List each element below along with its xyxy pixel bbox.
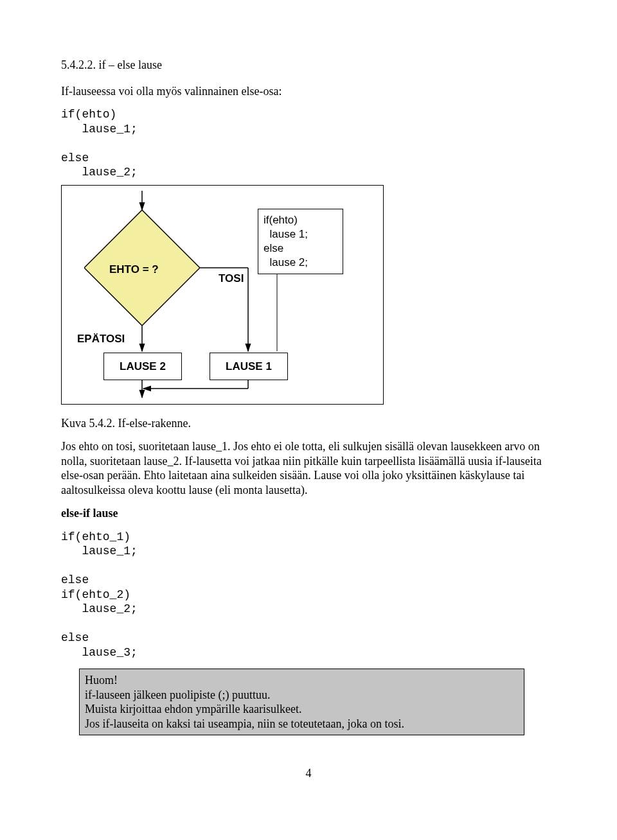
process-box-lause2: LAUSE 2 [103, 353, 182, 380]
note-line: Jos if-lauseita on kaksi tai useampia, n… [85, 717, 519, 731]
process-box-lause1: LAUSE 1 [210, 353, 288, 380]
section-number: 5.4.2.2. [61, 58, 96, 71]
note-box: Huom! if-lauseen jälkeen puolipiste (;) … [79, 669, 524, 735]
note-line: if-lauseen jälkeen puolipiste (;) puuttu… [85, 688, 519, 703]
section-heading: 5.4.2.2. if – else lause [61, 58, 556, 73]
flowchart-diagram: EHTO = ? TOSI EPÄTOSI if(ehto) lause 1; … [61, 185, 384, 405]
body-paragraph-1: Jos ehto on tosi, suoritetaan lause_1. J… [61, 439, 556, 497]
intro-paragraph: If-lauseessa voi olla myös valinnainen e… [61, 84, 556, 99]
section-title-text: if – else lause [99, 58, 162, 71]
code-block-2: if(ehto_1) lause_1; else if(ehto_2) laus… [61, 530, 556, 660]
code-block-1: if(ehto) lause_1; else lause_2; [61, 107, 556, 180]
subheading-elseif: else-if lause [61, 506, 556, 521]
flowchart-code-box: if(ehto) lause 1; else lause 2; [258, 209, 343, 274]
note-line: Muista kirjoittaa ehdon ympärille kaaris… [85, 702, 519, 717]
true-branch-label: TOSI [219, 272, 244, 285]
false-branch-label: EPÄTOSI [77, 332, 125, 346]
page-number: 4 [61, 766, 556, 781]
decision-label: EHTO = ? [109, 263, 159, 276]
figure-caption: Kuva 5.4.2. If-else-rakenne. [61, 416, 556, 431]
note-line: Huom! [85, 673, 519, 688]
